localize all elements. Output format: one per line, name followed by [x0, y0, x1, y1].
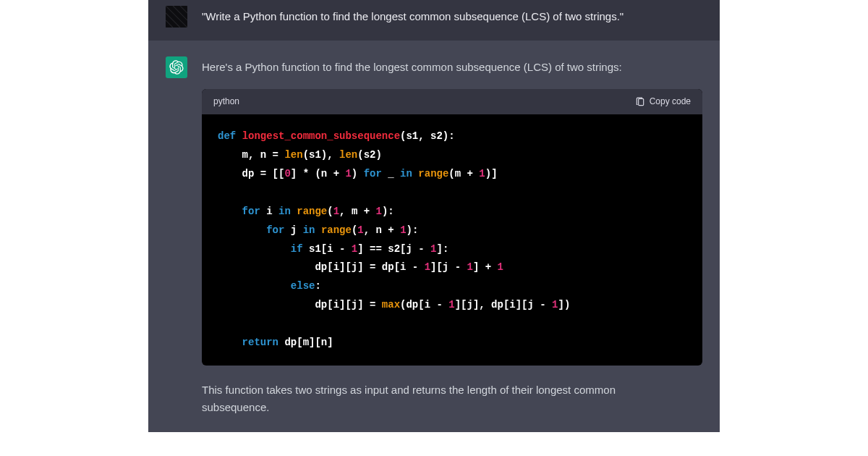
assistant-intro-text: Here's a Python function to find the lon… [202, 59, 702, 76]
copy-code-label: Copy code [650, 95, 691, 109]
code-header: python Copy code [202, 89, 702, 114]
code-block: python Copy code def longest_common_subs… [202, 89, 702, 366]
user-message-text: "Write a Python function to find the lon… [202, 10, 624, 22]
openai-logo-icon [169, 60, 184, 75]
assistant-message: Here's a Python function to find the lon… [148, 41, 720, 432]
assistant-outro-text: This function takes two strings as input… [202, 381, 702, 399]
code-language-label: python [213, 95, 239, 109]
user-message: "Write a Python function to find the lon… [148, 0, 720, 41]
user-avatar [166, 6, 187, 28]
copy-code-button[interactable]: Copy code [635, 95, 691, 109]
assistant-outro-text-2: subsequence. [202, 399, 702, 416]
code-content[interactable]: def longest_common_subsequence(s1, s2): … [202, 114, 702, 366]
chat-container: "Write a Python function to find the lon… [148, 0, 720, 432]
assistant-message-content: Here's a Python function to find the lon… [202, 56, 702, 416]
user-message-content: "Write a Python function to find the lon… [202, 6, 702, 28]
svg-rect-1 [638, 98, 643, 105]
clipboard-icon [635, 97, 645, 107]
assistant-avatar [166, 56, 187, 78]
